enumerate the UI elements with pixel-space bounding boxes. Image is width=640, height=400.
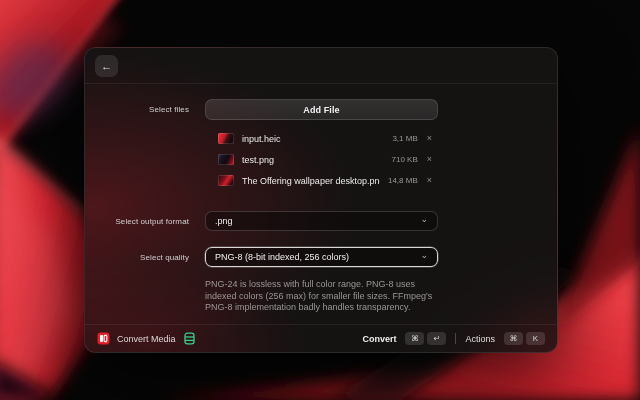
window-footer: Convert Media Convert ⌘ ↵ Actions ⌘ K [85, 324, 557, 352]
output-format-value: .png [215, 216, 420, 226]
file-list: input.heic 3,1 MB × test.png 710 KB × Th… [205, 128, 438, 191]
select-files-label: Select files [101, 105, 189, 114]
footer-actions: Convert ⌘ ↵ Actions ⌘ K [362, 332, 545, 345]
file-row: The Offering wallpaper desktop.png 14,8 … [205, 170, 438, 191]
back-button[interactable]: ← [95, 55, 118, 77]
convert-media-app-icon [97, 332, 110, 345]
actions-label: Actions [465, 334, 495, 344]
add-file-button[interactable]: Add File [205, 99, 438, 120]
convert-form: Select files Add File input.heic 3,1 MB … [85, 84, 557, 324]
output-format-row: Select output format .png ⌄ [101, 211, 541, 231]
quality-description: PNG-24 is lossless with full color range… [205, 279, 541, 314]
quality-row: Select quality PNG-8 (8-bit indexed, 256… [101, 247, 541, 267]
file-name: test.png [242, 155, 383, 165]
app-identity: Convert Media [97, 332, 196, 345]
file-row: input.heic 3,1 MB × [205, 128, 438, 149]
footer-divider [455, 333, 456, 344]
file-row: test.png 710 KB × [205, 149, 438, 170]
remove-file-icon[interactable]: × [427, 176, 432, 185]
cmd-key-icon: ⌘ [405, 332, 424, 345]
convert-action-button[interactable]: Convert ⌘ ↵ [362, 332, 446, 345]
convert-media-window: ← Select files Add File input.heic 3,1 M… [84, 47, 558, 353]
app-name: Convert Media [117, 334, 176, 344]
file-name: The Offering wallpaper desktop.png [242, 176, 380, 186]
file-size: 14,8 MB [388, 176, 418, 185]
quality-dropdown[interactable]: PNG-8 (8-bit indexed, 256 colors) ⌄ [205, 247, 438, 267]
remove-file-icon[interactable]: × [427, 134, 432, 143]
media-file-icon [183, 332, 196, 345]
quality-value: PNG-8 (8-bit indexed, 256 colors) [215, 252, 420, 262]
desktop: ← Select files Add File input.heic 3,1 M… [0, 0, 640, 400]
window-header: ← [85, 48, 557, 84]
chevron-down-icon: ⌄ [420, 251, 428, 260]
actions-menu-button[interactable]: Actions ⌘ K [465, 332, 545, 345]
convert-label: Convert [362, 334, 396, 344]
file-thumbnail [218, 175, 234, 186]
file-thumbnail [218, 133, 234, 144]
cmd-key-icon: ⌘ [504, 332, 523, 345]
file-name: input.heic [242, 134, 384, 144]
quality-label: Select quality [101, 253, 189, 262]
chevron-down-icon: ⌄ [420, 215, 428, 224]
output-format-dropdown[interactable]: .png ⌄ [205, 211, 438, 231]
k-key-icon: K [526, 332, 545, 345]
remove-file-icon[interactable]: × [427, 155, 432, 164]
file-size: 3,1 MB [392, 134, 417, 143]
back-arrow-icon: ← [101, 55, 112, 77]
file-thumbnail [218, 154, 234, 165]
return-key-icon: ↵ [427, 332, 446, 345]
output-format-label: Select output format [101, 217, 189, 226]
select-files-row: Select files Add File [101, 99, 541, 120]
file-size: 710 KB [391, 155, 417, 164]
